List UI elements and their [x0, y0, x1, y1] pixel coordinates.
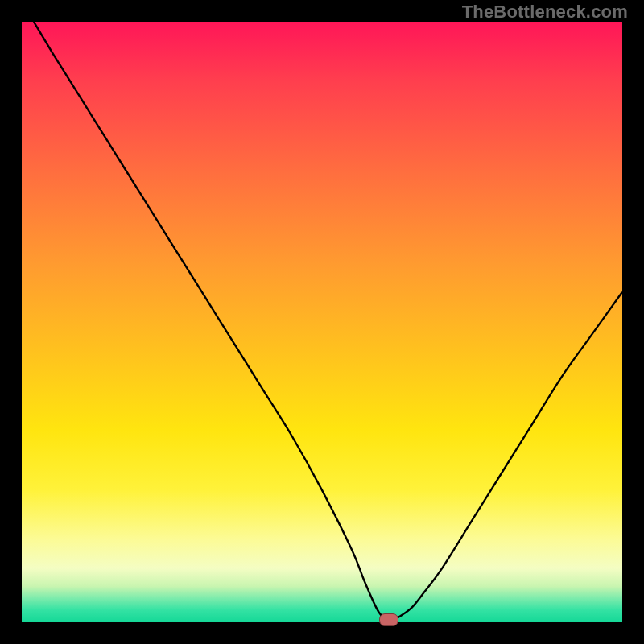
optimal-point-marker	[379, 613, 398, 626]
curve-layer	[22, 22, 622, 622]
bottleneck-curve	[34, 22, 622, 620]
watermark-text: TheBottleneck.com	[462, 2, 628, 23]
plot-area	[22, 22, 622, 622]
chart-frame: TheBottleneck.com	[0, 0, 644, 644]
